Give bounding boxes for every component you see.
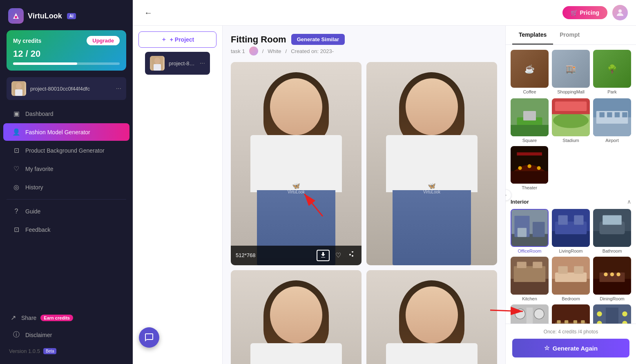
image-cell-4[interactable]: 🦋 VirtuLook <box>366 270 497 364</box>
template-kitchen[interactable]: Kitchen <box>511 257 549 301</box>
project-item[interactable]: project-80010cc0f44f4dfc ··· <box>7 77 126 100</box>
svg-rect-52 <box>574 266 583 274</box>
credits-bar-fill <box>13 62 77 65</box>
credits-card: My credits Upgrade 12 / 20 <box>7 30 126 71</box>
page-title: Fitting Room <box>231 34 286 45</box>
template-banquet[interactable]: Banquet <box>552 304 590 324</box>
sidebar-item-fashion-model[interactable]: 👤 Fashion Model Generator <box>3 123 129 141</box>
image-cell-1[interactable]: 🦋 VirtuLook 512*768 ♡ <box>231 62 362 265</box>
tab-templates[interactable]: Templates <box>512 26 553 44</box>
svg-rect-11 <box>523 111 536 120</box>
earn-badge: Earn credits <box>40 315 73 321</box>
generate-similar-button[interactable]: Generate Similar <box>291 34 345 45</box>
generate-again-button[interactable]: ☆ Generate Again <box>512 339 629 357</box>
svg-point-75 <box>622 311 627 316</box>
stadium-label: Stadium <box>562 138 579 143</box>
project-options[interactable]: ··· <box>116 85 121 92</box>
template-livingroom[interactable]: LivingRoom <box>552 209 590 253</box>
svg-rect-20 <box>607 112 612 117</box>
history-label: History <box>25 184 43 191</box>
kitchen-label: Kitchen <box>522 296 537 301</box>
project-thumbnail <box>11 81 26 96</box>
svg-rect-25 <box>517 152 542 155</box>
interior-section-header: Interior ∧ <box>511 195 631 207</box>
svg-rect-32 <box>533 222 545 237</box>
template-theater[interactable]: Theater <box>511 146 548 190</box>
image-size-1: 512*768 <box>236 252 312 258</box>
pricing-button[interactable]: 🛒 Pricing <box>562 6 607 19</box>
bathroom-label: Bathroom <box>603 249 622 253</box>
product-bg-label: Product Background Generator <box>25 147 105 154</box>
interior-toggle[interactable]: ∧ <box>627 198 631 205</box>
svg-rect-22 <box>622 112 627 117</box>
svg-rect-45 <box>514 266 546 282</box>
back-button[interactable]: ← <box>141 7 156 19</box>
history-icon: ◎ <box>12 183 20 191</box>
template-officeroom[interactable]: OfficeRoom <box>511 209 549 253</box>
template-diningroom[interactable]: DiningRoom <box>593 257 631 301</box>
add-project-label: + Project <box>170 36 194 43</box>
svg-point-62 <box>534 309 544 319</box>
chat-bubble-button[interactable] <box>139 327 159 348</box>
watermark-text-1: VirtuLook <box>288 190 305 194</box>
svg-point-28 <box>537 166 541 170</box>
project-list-item[interactable]: project-80010cc0f44f4dfc ··· <box>145 52 210 75</box>
project-panel: ＋ + Project project-80010cc0f44f4dfc ··· <box>133 26 223 364</box>
project-list-options[interactable]: ··· <box>200 60 205 67</box>
share-label: Share <box>21 315 36 321</box>
watermark-icon-2: 🦋 <box>423 182 440 190</box>
shoppingmall-thumb-placeholder: 🏬 <box>566 64 576 74</box>
credits-amount: 12 / 20 <box>13 49 120 59</box>
sidebar-item-history[interactable]: ◎ History <box>3 178 129 196</box>
add-project-button[interactable]: ＋ + Project <box>138 31 216 48</box>
disclaimer-label: Disclaimer <box>25 332 52 338</box>
template-airport[interactable]: Airport <box>593 98 631 143</box>
sidebar-item-disclaimer[interactable]: ⓘ Disclaimer <box>3 326 129 344</box>
svg-rect-33 <box>518 228 527 237</box>
interior-title: Interior <box>511 199 529 205</box>
svg-point-2 <box>16 83 22 89</box>
template-bedroom[interactable]: Bedroom <box>552 257 590 301</box>
svg-point-56 <box>604 273 607 276</box>
version-text: Version 1.0.5 <box>9 348 40 354</box>
sidebar-item-product-bg[interactable]: ⊡ Product Background Generator <box>3 142 129 159</box>
beta-badge: Beta <box>43 348 57 354</box>
svg-point-27 <box>528 164 531 168</box>
svg-rect-67 <box>557 320 560 324</box>
meta-separator2: / <box>286 48 287 54</box>
user-avatar-button[interactable] <box>612 5 628 20</box>
svg-point-4 <box>618 9 622 13</box>
credits-info: Once: 4 credits /4 photos <box>512 329 629 335</box>
template-runway[interactable]: Runway <box>593 304 631 324</box>
svg-rect-37 <box>558 215 568 225</box>
add-project-plus: ＋ <box>161 36 167 43</box>
template-square[interactable]: Square <box>511 98 549 143</box>
favorite-button-1[interactable]: ♡ <box>334 251 343 260</box>
svg-rect-21 <box>615 112 620 117</box>
app-name: VirtuLook <box>28 12 62 20</box>
svg-point-13 <box>553 113 589 128</box>
template-stadium[interactable]: Stadium <box>552 98 590 143</box>
main-content: ← 🛒 Pricing ＋ + Project <box>133 0 636 364</box>
template-bathroom[interactable]: Bathroom <box>593 209 631 253</box>
image-cell-3[interactable]: 🦋 VirtuLook <box>231 270 362 364</box>
meta-avatar <box>249 47 258 55</box>
download-button-1[interactable] <box>317 250 330 261</box>
sidebar-item-dashboard[interactable]: ▣ Dashboard <box>3 105 129 122</box>
template-coffee[interactable]: ☕ Coffee <box>511 50 549 94</box>
sidebar-item-favorite[interactable]: ♡ My favorite <box>3 160 129 178</box>
sidebar-item-feedback[interactable]: ⊡ Feedback <box>3 221 129 238</box>
generate-btn-container: Once: 4 credits /4 photos ☆ Generate Aga… <box>506 324 636 364</box>
template-park[interactable]: 🌳 Park <box>593 50 631 94</box>
image-cell-2[interactable]: 🦋 VirtuLook <box>366 62 497 265</box>
share-button-1[interactable] <box>347 251 357 260</box>
tab-prompt[interactable]: Prompt <box>553 26 586 44</box>
template-shoppingmall[interactable]: 🏬 ShoppingMall <box>552 50 590 94</box>
svg-point-0 <box>15 16 17 18</box>
sidebar-item-guide[interactable]: ? Guide <box>3 203 129 220</box>
upgrade-button[interactable]: Upgrade <box>87 36 120 45</box>
feedback-icon: ⊡ <box>12 226 20 233</box>
park-label: Park <box>607 89 617 94</box>
sidebar-item-share[interactable]: ↗ Share Earn credits <box>0 310 133 326</box>
template-photostudio[interactable]: PhotoStudio <box>511 304 549 324</box>
